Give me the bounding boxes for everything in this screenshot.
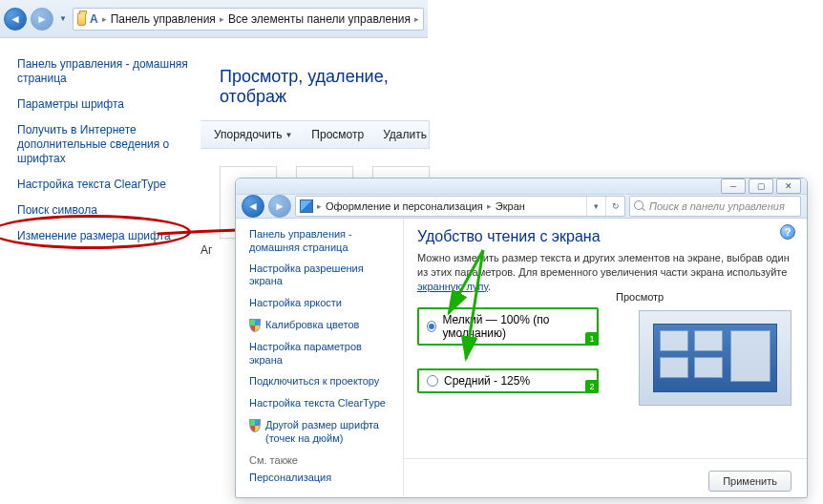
fg-sidebar-link-personalization[interactable]: Персонализация [249, 472, 395, 485]
magnifier-link[interactable]: экранную лупу [417, 281, 488, 292]
fg-main-content: Удобство чтения с экрана Можно изменить … [404, 219, 807, 498]
chevron-right-icon: ▸ [220, 14, 224, 24]
fg-page-title: Удобство чтения с экрана [417, 228, 791, 245]
search-input[interactable]: Поиск в панели управления [629, 196, 801, 217]
fg-breadcrumb-item[interactable]: Оформление и персонализация [322, 200, 487, 212]
shield-icon [249, 419, 261, 432]
fg-sidebar-link-display-params[interactable]: Настройка параметров экрана [249, 341, 395, 368]
sidebar-link-font-settings[interactable]: Параметры шрифта [17, 97, 193, 112]
toolbar-organize[interactable]: Упорядочить ▼ [206, 124, 300, 145]
sidebar-link-change-font-size[interactable]: Изменение размера шрифта [17, 229, 193, 243]
fg-sidebar: Панель управления - домашняя страница На… [236, 219, 404, 498]
font-category-icon: A [90, 12, 98, 26]
chevron-right-icon: ▸ [414, 14, 419, 24]
dpi-option-medium[interactable]: Средний - 125% 2 [417, 368, 599, 393]
fg-sidebar-link-calibrate[interactable]: Калибровка цветов [249, 319, 395, 332]
search-icon [634, 200, 645, 212]
breadcrumb-item[interactable]: Панель управления [111, 12, 216, 26]
fg-sidebar-link-brightness[interactable]: Настройка яркости [249, 297, 395, 310]
folder-icon [77, 12, 86, 26]
toolbar-delete[interactable]: Удалить [375, 124, 434, 145]
breadcrumb-dropdown[interactable]: ▾ [586, 197, 605, 216]
fg-sidebar-link-custom-dpi[interactable]: Другой размер шрифта (точек на дюйм) [249, 419, 395, 446]
preview-image [639, 310, 791, 406]
sidebar-link-online-font-info[interactable]: Получить в Интернете дополнительные свед… [17, 123, 193, 166]
fg-sidebar-link-resolution[interactable]: Настройка разрешения экрана [249, 262, 395, 289]
dpi-option-small[interactable]: Мелкий — 100% (по умолчанию) 1 [417, 307, 599, 346]
bg-address-bar-row: ◄ ► ▼ A ▸ Панель управления ▸ Все элемен… [0, 0, 428, 38]
close-button[interactable]: ✕ [776, 178, 801, 194]
preview-label: Просмотр [616, 291, 664, 303]
fg-titlebar: ─ ▢ ✕ [236, 178, 807, 195]
bg-sidebar: Панель управления - домашняя страница Па… [0, 38, 200, 264]
toolbar-organize-label: Упорядочить [214, 128, 282, 141]
fg-address-row: ◄ ► ▸ Оформление и персонализация ▸ Экра… [236, 195, 807, 219]
annotation-tag-1: 1 [585, 332, 599, 346]
fg-sidebar-link-projector[interactable]: Подключиться к проектору [249, 375, 395, 388]
see-also-label: См. также [249, 454, 395, 466]
bg-toolbar: Упорядочить ▼ Просмотр Удалить [200, 120, 430, 149]
annotation-tag-2: 2 [585, 380, 599, 393]
maximize-button[interactable]: ▢ [749, 178, 773, 194]
sidebar-link-find-char[interactable]: Поиск символа [17, 203, 193, 218]
toolbar-view[interactable]: Просмотр [304, 124, 371, 145]
bg-breadcrumb-bar[interactable]: A ▸ Панель управления ▸ Все элементы пан… [73, 8, 424, 31]
sidebar-link-cleartype[interactable]: Настройка текста ClearType [17, 178, 193, 192]
nav-back-button[interactable]: ◄ [4, 8, 27, 31]
radio-icon [427, 375, 438, 387]
nav-history-dropdown[interactable]: ▼ [57, 10, 69, 29]
shield-icon [249, 319, 261, 332]
search-placeholder: Поиск в панели управления [649, 200, 785, 212]
fg-nav-forward-button[interactable]: ► [268, 195, 291, 218]
fg-description: Можно изменить размер текста и других эл… [417, 251, 791, 294]
chevron-down-icon: ▼ [285, 131, 292, 139]
apply-button[interactable]: Применить [708, 471, 791, 492]
fg-nav-back-button[interactable]: ◄ [242, 195, 264, 218]
footer-separator [404, 458, 807, 459]
dpi-option-medium-label: Средний - 125% [444, 374, 530, 388]
dpi-option-small-label: Мелкий — 100% (по умолчанию) [442, 313, 589, 340]
nav-forward-button[interactable]: ► [31, 8, 53, 31]
refresh-button[interactable]: ↻ [605, 197, 624, 216]
display-settings-window: ─ ▢ ✕ ◄ ► ▸ Оформление и персонализация … [235, 178, 808, 498]
fg-body: ? Панель управления - домашняя страница … [236, 219, 807, 498]
radio-icon [427, 321, 436, 332]
thumbnail-label-cut: Аг [200, 243, 212, 257]
minimize-button[interactable]: ─ [721, 178, 746, 194]
bg-page-heading: Просмотр, удаление, отображ [200, 38, 430, 120]
sidebar-link-home[interactable]: Панель управления - домашняя страница [17, 57, 193, 86]
fg-breadcrumb-item[interactable]: Экран [492, 200, 529, 212]
control-panel-icon [300, 200, 313, 213]
chevron-right-icon: ▸ [102, 14, 107, 24]
fg-sidebar-link-cleartype[interactable]: Настройка текста ClearType [249, 397, 395, 410]
fg-breadcrumb-bar[interactable]: ▸ Оформление и персонализация ▸ Экран ▾ … [295, 196, 625, 217]
breadcrumb-item[interactable]: Все элементы панели управления [228, 12, 411, 26]
fg-sidebar-home[interactable]: Панель управления - домашняя страница [249, 228, 395, 255]
